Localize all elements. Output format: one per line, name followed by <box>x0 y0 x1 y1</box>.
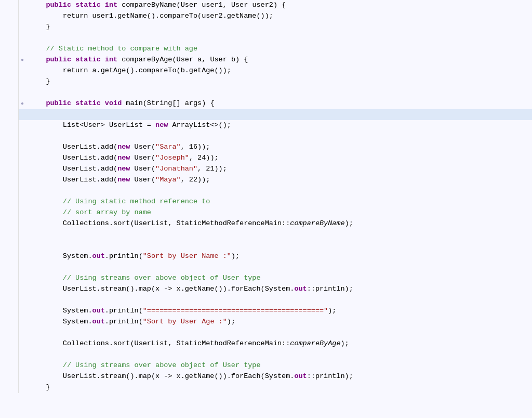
token-kw-modifier: public <box>46 0 71 11</box>
token-kw-new: new <box>117 153 130 164</box>
line-number <box>0 295 19 306</box>
line-dot <box>19 328 26 338</box>
code-line <box>0 109 532 120</box>
token-normal: ); <box>328 306 336 317</box>
token-normal <box>29 98 46 109</box>
token-normal: , 16)); <box>181 142 210 153</box>
token-italic: compareByAge <box>290 338 340 349</box>
code-line: return user1.getName().compareTo(user2.g… <box>0 11 532 22</box>
token-normal: .println( <box>105 251 143 262</box>
line-content <box>26 295 29 306</box>
line-dot <box>19 218 26 229</box>
line-content <box>26 131 29 142</box>
token-normal: Collections.sort(UserList, StaticMethodR… <box>29 338 290 349</box>
line-number <box>0 229 19 240</box>
token-normal: UserList.stream().map(x -> x.getName()).… <box>29 284 294 295</box>
line-content <box>26 262 29 273</box>
code-line <box>0 240 532 251</box>
line-dot <box>19 109 26 120</box>
line-content: UserList.add(new User("Joseph", 24)); <box>26 153 219 164</box>
line-dot <box>19 142 26 153</box>
line-content: Collections.sort(UserList, StaticMethodR… <box>26 218 353 229</box>
line-number <box>0 120 19 131</box>
token-out-keyword: out <box>294 371 307 382</box>
line-content <box>26 240 29 251</box>
line-dot <box>19 251 26 262</box>
code-line <box>0 131 532 142</box>
token-string: "Sort by User Name :" <box>143 251 231 262</box>
line-number <box>0 338 19 349</box>
code-line: Collections.sort(UserList, StaticMethodR… <box>0 218 532 229</box>
line-number <box>0 360 19 371</box>
line-dot <box>19 273 26 284</box>
code-line: // sort array by name <box>0 207 532 218</box>
line-number <box>0 22 19 33</box>
line-content <box>26 109 29 120</box>
token-normal <box>29 55 46 66</box>
token-normal <box>71 0 75 11</box>
code-line <box>0 262 532 273</box>
token-string: "Sort by User Age :" <box>143 317 227 328</box>
line-number <box>0 76 19 87</box>
code-line: UserList.add(new User("Joseph", 24)); <box>0 153 532 164</box>
token-out-keyword: out <box>92 251 105 262</box>
token-normal: ArrayList<>(); <box>168 120 231 131</box>
token-normal: , 21)); <box>197 164 227 175</box>
token-string: "Maya" <box>155 175 181 186</box>
token-comment: // Using static method reference to <box>63 197 210 207</box>
token-normal: return a.getAge().compareTo(b.getAge()); <box>29 66 231 76</box>
line-content: // Using static method reference to <box>26 197 210 207</box>
code-line <box>0 87 532 98</box>
token-normal <box>101 98 105 109</box>
line-dot <box>19 207 26 218</box>
token-normal: System. <box>29 306 92 317</box>
code-line: List<User> UserList = new ArrayList<>(); <box>0 120 532 131</box>
token-comment: // Using streams over above object of Us… <box>63 273 261 284</box>
line-dot <box>19 240 26 251</box>
token-normal: Collections.sort(UserList, StaticMethodR… <box>29 218 290 229</box>
token-kw-type: int <box>105 0 117 11</box>
token-normal: , 24)); <box>189 153 219 164</box>
token-kw-modifier: public <box>46 98 71 109</box>
token-kw-type: void <box>105 98 122 109</box>
line-number <box>0 131 19 142</box>
line-content: public static void main(String[] args) { <box>26 98 214 109</box>
token-normal <box>29 207 63 218</box>
token-normal: ); <box>341 338 349 349</box>
line-dot <box>19 284 26 295</box>
token-normal: .println( <box>105 306 143 317</box>
code-line: } <box>0 22 532 33</box>
token-normal: } <box>29 382 50 393</box>
line-content <box>26 349 29 360</box>
line-content: return user1.getName().compareTo(user2.g… <box>26 11 273 22</box>
line-number <box>0 164 19 175</box>
code-line: System.out.println("====================… <box>0 306 532 317</box>
line-dot <box>19 131 26 142</box>
token-normal: System. <box>29 251 92 262</box>
line-number <box>0 207 19 218</box>
line-content: UserList.stream().map(x -> x.getName()).… <box>26 284 353 295</box>
token-kw-modifier: static <box>75 98 101 109</box>
token-kw-modifier: static <box>75 55 101 66</box>
token-normal <box>29 197 63 207</box>
line-dot <box>19 360 26 371</box>
code-line: } <box>0 76 532 87</box>
token-comment: // Static method to compare with age <box>46 44 197 55</box>
code-line: UserList.add(new User("Jonathan", 21)); <box>0 164 532 175</box>
code-line <box>0 229 532 240</box>
line-number <box>0 218 19 229</box>
code-line: ● public static void main(String[] args)… <box>0 98 532 109</box>
line-dot <box>19 371 26 382</box>
code-line <box>0 295 532 306</box>
line-number <box>0 273 19 284</box>
token-normal: compareByName(User user1, User user2) { <box>117 0 286 11</box>
line-number <box>0 240 19 251</box>
token-kw-new: new <box>117 142 130 153</box>
code-area: public static int compareByName(User use… <box>0 0 532 393</box>
token-normal: main(String[] args) { <box>122 98 214 109</box>
line-number <box>0 44 19 55</box>
token-out-keyword: out <box>92 306 105 317</box>
token-normal: } <box>29 22 50 33</box>
line-dot <box>19 175 26 186</box>
token-normal: System. <box>29 317 92 328</box>
